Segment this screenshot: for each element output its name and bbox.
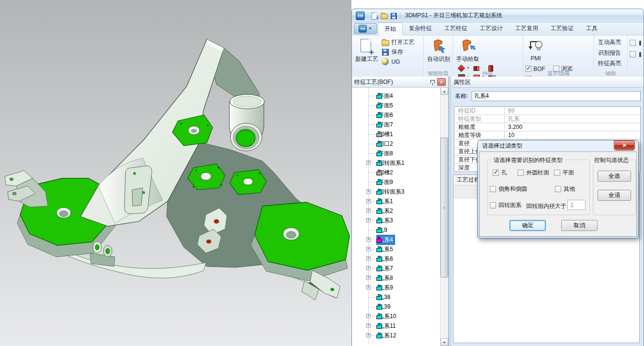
tree-item[interactable]: +孔系8 bbox=[352, 273, 440, 283]
tree-item[interactable]: 平面8 bbox=[352, 149, 440, 158]
open-folder-icon[interactable] bbox=[381, 12, 387, 19]
expand-icon[interactable]: + bbox=[366, 218, 371, 222]
diameter-threshold-input[interactable] bbox=[567, 200, 586, 210]
expand-icon[interactable]: + bbox=[366, 256, 371, 261]
expand-icon[interactable]: + bbox=[366, 333, 371, 337]
tree-item[interactable]: +孔系7 bbox=[352, 264, 440, 273]
properties-header: 属性区 bbox=[451, 77, 644, 88]
close-icon[interactable]: x bbox=[437, 78, 446, 86]
ok-button[interactable]: 确定 bbox=[509, 220, 546, 231]
feature-step-icon bbox=[376, 294, 383, 300]
feature-highlight-button[interactable]: 特征高亮 bbox=[596, 58, 625, 69]
feature-step-icon bbox=[376, 169, 383, 176]
clipped-checkbox[interactable] bbox=[630, 39, 642, 47]
new-process-button[interactable]: + 新建工艺 bbox=[354, 37, 380, 63]
expand-icon[interactable]: + bbox=[366, 285, 371, 289]
ribbon-tab[interactable]: 开始 bbox=[378, 23, 403, 35]
application-menu-button[interactable]: KM ▼ bbox=[354, 23, 377, 34]
tree-item[interactable]: +孔系12 bbox=[352, 331, 440, 340]
clear-all-button[interactable]: 全清 bbox=[598, 190, 631, 201]
ribbon-tab[interactable]: 工艺设计 bbox=[474, 23, 509, 35]
tree-item[interactable]: 凹槽1 bbox=[352, 129, 440, 139]
ribbon-tab[interactable]: 复杂特征 bbox=[403, 23, 438, 35]
expand-icon[interactable]: + bbox=[366, 161, 371, 165]
ug-button[interactable]: UG bbox=[382, 58, 414, 66]
feature-step-icon bbox=[376, 179, 383, 185]
filter-group-title: 请选择需要识别的特征类型 bbox=[492, 156, 565, 164]
tree-item[interactable]: +回转面系3 bbox=[352, 187, 440, 196]
expand-icon[interactable]: + bbox=[366, 323, 371, 328]
open-process-button[interactable]: 打开工艺 bbox=[382, 38, 414, 46]
expand-icon[interactable]: + bbox=[366, 237, 371, 242]
feature-step-icon bbox=[376, 131, 383, 138]
tree-item[interactable]: 孔38 bbox=[352, 292, 440, 302]
ribbon-tab[interactable]: 工艺特征 bbox=[438, 23, 474, 35]
ribbon-tab[interactable]: 工艺复用 bbox=[509, 23, 544, 35]
cad-model-bracket bbox=[0, 0, 351, 346]
pin-icon[interactable] bbox=[429, 79, 435, 85]
group-label: 特征 bbox=[453, 70, 523, 77]
tree-item[interactable]: 平面9 bbox=[352, 177, 440, 187]
tree-item[interactable]: +孔系2 bbox=[352, 206, 440, 216]
ribbon-tab[interactable]: 工艺验证 bbox=[544, 23, 580, 35]
scroll-down-button[interactable]: ▼ bbox=[441, 338, 448, 346]
tree-item[interactable]: 切口2 bbox=[352, 139, 440, 149]
tree-item[interactable]: 平面7 bbox=[352, 120, 440, 129]
tree-item[interactable]: +孔系4 bbox=[352, 235, 440, 244]
cancel-button[interactable]: 取消 bbox=[561, 220, 598, 231]
tree-scrollbar[interactable]: ▲ ≡ ▼ bbox=[440, 87, 448, 346]
title-bar[interactable]: KM + 3DMPS1 - 开目三维机加工艺规划系统 bbox=[352, 9, 644, 23]
tree-item[interactable]: +孔系3 bbox=[352, 216, 440, 225]
tree-item[interactable]: +孔系11 bbox=[352, 321, 440, 331]
expand-icon[interactable]: + bbox=[366, 266, 371, 270]
tree-item[interactable]: 平面5 bbox=[352, 101, 440, 110]
expand-icon[interactable]: + bbox=[366, 247, 371, 251]
manual-pick-button[interactable]: 手动拾取 bbox=[455, 37, 481, 63]
plane-checkbox[interactable]: 平面 bbox=[554, 169, 574, 177]
filter-type-dialog: 请选择过滤类型 ✕ 请选择需要识别的特征类型 孔 外圆柱面 平面 倒角和倒圆 其… bbox=[477, 140, 639, 239]
property-label: 粗糙度 bbox=[454, 123, 505, 131]
tree-item[interactable]: 孔9 bbox=[352, 225, 440, 235]
revolve-face-checkbox[interactable]: 回转面系 bbox=[490, 201, 521, 209]
tree-item[interactable]: +回转面系1 bbox=[352, 158, 440, 168]
auto-recognize-button[interactable]: 自动识别 bbox=[426, 37, 452, 63]
expand-icon[interactable]: + bbox=[366, 189, 371, 194]
tree-item[interactable]: +孔系5 bbox=[352, 244, 440, 254]
clipped-checkbox[interactable] bbox=[630, 50, 642, 58]
tree-item[interactable]: 孔39 bbox=[352, 302, 440, 311]
recognize-report-button[interactable]: 识别报告 bbox=[596, 48, 625, 58]
tree-item[interactable]: 凹槽2 bbox=[352, 168, 440, 177]
tree-item[interactable]: +孔系10 bbox=[352, 311, 440, 321]
new-document-icon[interactable]: + bbox=[371, 12, 378, 19]
tree-item[interactable]: +孔系1 bbox=[352, 196, 440, 206]
ribbon-tab[interactable]: 工具 bbox=[580, 23, 604, 35]
save-icon bbox=[382, 48, 389, 56]
other-checkbox[interactable]: 其他 bbox=[555, 185, 575, 193]
expand-icon[interactable]: + bbox=[366, 199, 371, 203]
scroll-up-button[interactable]: ▲ bbox=[441, 87, 448, 95]
3d-viewport[interactable] bbox=[0, 0, 351, 346]
expand-icon[interactable]: + bbox=[366, 314, 371, 318]
interactive-highlight-button[interactable]: 互动高亮 bbox=[596, 37, 625, 47]
close-icon[interactable]: ✕ bbox=[614, 140, 635, 150]
save-icon[interactable] bbox=[390, 12, 397, 19]
feature-step-icon bbox=[376, 198, 383, 205]
save-button[interactable]: 保存 bbox=[382, 48, 414, 56]
pmi-button[interactable]: PMI bbox=[525, 37, 546, 62]
outer-cylinder-checkbox[interactable]: 外圆柱面 bbox=[518, 169, 549, 177]
ribbon-group-show-hide: PMI BOF 浏览 BOP 属性 显示/隐藏 bbox=[523, 35, 594, 78]
chevron-down-icon[interactable]: ▼ bbox=[466, 66, 470, 69]
feature-name-input[interactable] bbox=[472, 91, 641, 101]
property-label: 特征类型 bbox=[454, 115, 505, 123]
expand-icon[interactable]: + bbox=[366, 276, 371, 280]
chamfer-fillet-checkbox[interactable]: 倒角和倒圆 bbox=[490, 185, 527, 193]
tree-item[interactable]: 平面4 bbox=[352, 91, 440, 101]
hole-checkbox[interactable]: 孔 bbox=[493, 169, 507, 177]
tree-item[interactable]: +孔系6 bbox=[352, 254, 440, 264]
select-all-button[interactable]: 全选 bbox=[598, 171, 631, 182]
ribbon-group-feature: 手动拾取 ▼ ▼ ▼ ▼ 特征 bbox=[453, 35, 523, 78]
tree-item[interactable]: 平面6 bbox=[352, 110, 440, 120]
scrollbar-thumb[interactable]: ≡ bbox=[441, 138, 448, 277]
expand-icon[interactable]: + bbox=[366, 208, 371, 213]
tree-item[interactable]: +孔系9 bbox=[352, 283, 440, 292]
